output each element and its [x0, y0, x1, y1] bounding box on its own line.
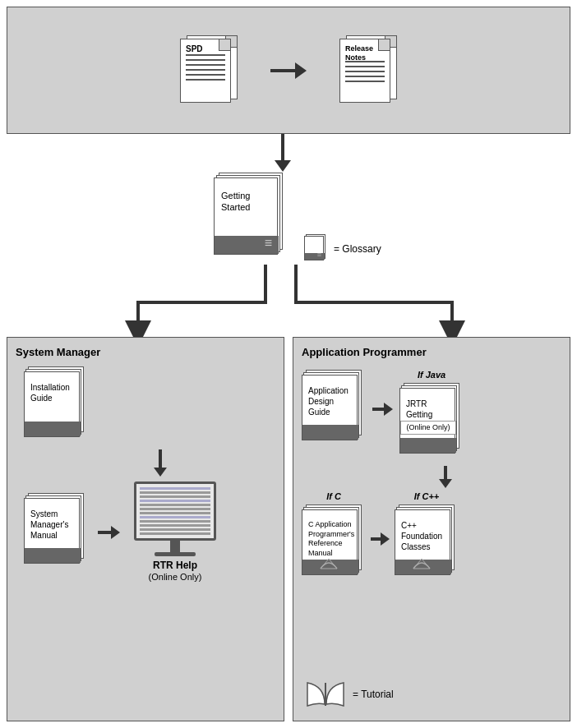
- gs-to-sysmgr-arrow: [7, 261, 294, 343]
- app-design-guide-label: ApplicationDesignGuide: [308, 385, 353, 417]
- spd-document: SPD: [180, 35, 238, 105]
- monitor-screen: [134, 481, 216, 541]
- c-app-ref-label: C ApplicationProgrammer'sReferenceManual: [308, 520, 353, 559]
- system-managers-manual-book: SystemManager'sManual: [24, 493, 88, 571]
- bottom-panels: System Manager InstallationGuide: [7, 337, 570, 721]
- app-programmer-title: Application Programmer: [302, 346, 561, 358]
- monitor-stand: [170, 541, 180, 552]
- if-cpp-label: If C++: [414, 491, 440, 501]
- installation-guide-book: InstallationGuide: [24, 366, 88, 445]
- glossary-spine-icon: ≡: [265, 236, 272, 251]
- cpp-foundation-label: C++FoundationClasses: [401, 520, 446, 552]
- release-notes-label: ReleaseNotes: [345, 44, 373, 62]
- rtr-help-label: RTR Help (Online Only): [149, 560, 202, 583]
- getting-started-section: GettingStarted ≡: [214, 173, 288, 263]
- app-programmer-panel: Application Programmer ApplicationDesign…: [293, 337, 570, 721]
- installation-guide-label: InstallationGuide: [30, 382, 76, 403]
- tutorial-spine-icon-c: [319, 557, 339, 570]
- tutorial-spine-icon-cpp: [412, 557, 432, 570]
- c-app-ref-book: C ApplicationProgrammer'sReferenceManual: [302, 505, 366, 583]
- spd-to-release-arrow: [270, 62, 307, 79]
- release-notes-document: ReleaseNotes: [339, 35, 397, 105]
- topbox-to-getting-started-arrow: [275, 134, 291, 172]
- spd-label: SPD: [186, 44, 203, 54]
- sysmgr-to-rtr-arrow: [98, 526, 120, 539]
- if-c-label: If C: [326, 491, 341, 501]
- c-to-cpp-arrow: [371, 532, 390, 546]
- tutorial-eq-label: = Tutorial: [353, 689, 394, 700]
- glossary-eq-label: = Glossary: [334, 243, 381, 255]
- rtr-help-monitor: RTR Help (Online Only): [130, 481, 220, 583]
- system-manager-title: System Manager: [16, 346, 275, 358]
- jrtr-getting-started-book: JRTRGettingStarted (Online Only): [399, 383, 464, 461]
- inst-to-sysmgr-arrow: [45, 449, 275, 477]
- system-managers-manual-label: SystemManager'sManual: [30, 509, 76, 541]
- glossary-legend: ≡ = Glossary: [304, 234, 381, 264]
- getting-started-label: GettingStarted: [221, 190, 270, 214]
- app-design-guide-book: ApplicationDesignGuide: [302, 370, 366, 448]
- cpp-foundation-book: C++FoundationClasses: [395, 505, 459, 583]
- gs-to-appprog-arrow: [288, 261, 577, 343]
- monitor-base: [155, 552, 196, 556]
- tutorial-icon: [305, 680, 346, 709]
- glossary-icon: ≡: [304, 234, 329, 264]
- jrtr-online-badge: (Online Only): [400, 421, 456, 435]
- if-java-label: If Java: [418, 370, 445, 380]
- tutorial-legend: = Tutorial: [305, 680, 394, 709]
- adg-to-jrtr-arrow: [372, 403, 393, 416]
- top-box: SPD ReleaseNotes: [7, 7, 570, 134]
- adg-to-c-arrow: [330, 466, 561, 488]
- system-manager-panel: System Manager InstallationGuide: [7, 337, 284, 721]
- getting-started-book: GettingStarted ≡: [214, 173, 288, 263]
